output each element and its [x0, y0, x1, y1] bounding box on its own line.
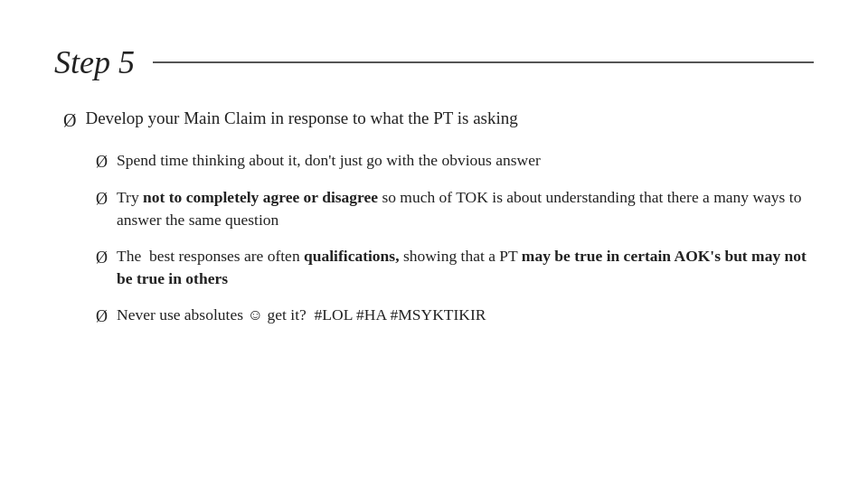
- main-bullet: Ø Develop your Main Claim in response to…: [63, 107, 814, 133]
- sub-bullet-4-text: Never use absolutes ☺ get it? #LOL #HA #…: [117, 304, 814, 326]
- sub-bullet-3-bold-1: qualifications,: [304, 247, 400, 265]
- content-area: Ø Develop your Main Claim in response to…: [54, 107, 814, 328]
- slide-title: Step 5: [54, 43, 135, 81]
- sub-bullet-3-text: The best responses are often qualificati…: [117, 245, 814, 291]
- sub-bullet-1: Ø Spend time thinking about it, don't ju…: [63, 149, 814, 174]
- sub-bullet-3-bold-2: may be true in certain AOK's but may not…: [117, 247, 807, 287]
- sub-bullet-3: Ø The best responses are often qualifica…: [63, 245, 814, 291]
- bullet-marker-2: Ø: [96, 187, 108, 211]
- slide: Step 5 Ø Develop your Main Claim in resp…: [0, 0, 868, 488]
- sub-bullets-container: Ø Spend time thinking about it, don't ju…: [63, 149, 814, 328]
- bullet-marker-1: Ø: [96, 150, 108, 174]
- sub-bullet-2: Ø Try not to completely agree or disagre…: [63, 186, 814, 232]
- bullet-marker-main: Ø: [63, 108, 76, 133]
- sub-bullet-1-text: Spend time thinking about it, don't just…: [117, 149, 814, 172]
- sub-bullet-4: Ø Never use absolutes ☺ get it? #LOL #HA…: [63, 304, 814, 328]
- header-section: Step 5: [54, 43, 814, 81]
- sub-bullet-2-text: Try not to completely agree or disagree …: [117, 186, 814, 232]
- main-bullet-text: Develop your Main Claim in response to w…: [85, 107, 814, 131]
- bullet-marker-4: Ø: [96, 305, 108, 328]
- title-divider: [153, 61, 814, 63]
- sub-bullet-2-bold: not to completely agree or disagree: [143, 188, 378, 206]
- bullet-marker-3: Ø: [96, 246, 108, 269]
